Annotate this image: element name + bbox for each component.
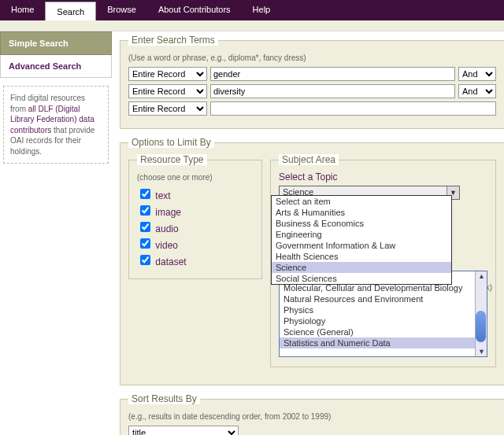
sort-hint: (e.g., results in date descending order,… [128,412,496,421]
subject-area: Subject Area Select a Topic Science ▼ Se… [270,154,496,367]
scroll-down-icon[interactable]: ▼ [478,348,485,356]
term-input-2[interactable] [210,84,455,98]
chk-audio-box[interactable] [140,222,150,232]
tab-advanced-search[interactable]: Advanced Search [0,55,112,78]
options-limit: Options to Limit By Resource Type (choos… [120,137,504,385]
topic-label: Select a Topic [279,171,487,182]
nav-browse[interactable]: Browse [96,0,147,20]
ms-item[interactable]: Science (General) [280,326,487,337]
scope-select-3[interactable]: Entire Record [128,101,207,116]
term-row: Entire Record And [128,84,496,98]
sort-select[interactable]: title [128,426,239,435]
dd-item[interactable]: Business & Economics [272,218,451,229]
dd-item[interactable]: Select an item [272,196,451,207]
term-input-1[interactable] [210,67,455,81]
enter-legend: Enter Search Terms [128,35,218,46]
dd-item[interactable]: Government Information & Law [272,240,451,251]
nav-help[interactable]: Help [242,0,282,20]
resource-type: Resource Type (choose one or more) text … [128,154,262,279]
options-legend: Options to Limit By [128,137,214,148]
nav-search[interactable]: Search [45,2,96,20]
nav-home[interactable]: Home [0,0,45,20]
chk-dataset[interactable]: dataset [137,256,187,267]
chk-image-box[interactable] [140,205,150,216]
main: Enter Search Terms (Use a word or phrase… [112,31,504,435]
chk-text[interactable]: text [137,190,171,201]
chk-image[interactable]: image [137,207,181,218]
term-input-3[interactable] [210,101,496,116]
topic-dropdown[interactable]: Select an item Arts & Humanities Busines… [271,195,452,285]
ms-item[interactable]: Statistics and Numeric Data [280,337,487,348]
enter-search-terms: Enter Search Terms (Use a word or phrase… [120,35,504,129]
chk-text-box[interactable] [140,189,150,199]
term-row: Entire Record [128,101,496,116]
scope-select-2[interactable]: Entire Record [128,84,207,98]
chk-dataset-box[interactable] [140,255,150,265]
rtype-hint: (choose one or more) [137,173,254,182]
bool-select-2[interactable]: And [458,84,496,98]
dd-item[interactable]: Arts & Humanities [272,207,451,218]
rtype-legend: Resource Type [137,154,207,165]
chk-video[interactable]: video [137,240,178,251]
stripe [0,20,504,31]
dd-item[interactable]: Health Sciences [272,251,451,262]
dd-item[interactable]: Social Sciences [272,273,451,284]
chk-video-box[interactable] [140,238,150,249]
ms-item[interactable]: Physics [280,304,487,315]
sidebar: Simple Search Advanced Search Find digit… [0,31,112,164]
scope-select-1[interactable]: Entire Record [128,67,207,81]
sort-legend: Sort Results By [128,393,200,404]
sort-results: Sort Results By (e.g., results in date d… [120,393,504,435]
ms-item[interactable]: Natural Resources and Environment [280,293,487,304]
chk-audio[interactable]: audio [137,223,179,234]
scroll-thumb[interactable] [476,311,486,342]
info-box: Find digital resources from all DLF (Dig… [3,86,109,164]
scrollbar[interactable]: ▲ ▼ [475,271,487,356]
top-nav: Home Search Browse About Contributors He… [0,0,504,20]
tab-simple-search[interactable]: Simple Search [0,31,112,55]
dd-item[interactable]: Engineering [272,229,451,240]
nav-about[interactable]: About Contributors [147,0,242,20]
bool-select-1[interactable]: And [458,67,496,81]
enter-hint: (Use a word or phrase, e.g., diploma*, f… [128,53,496,62]
subject-legend: Subject Area [279,154,339,165]
term-row: Entire Record And [128,67,496,81]
ms-item[interactable]: Physiology [280,315,487,326]
dd-item[interactable]: Science [272,262,451,273]
scroll-up-icon[interactable]: ▲ [478,272,485,280]
